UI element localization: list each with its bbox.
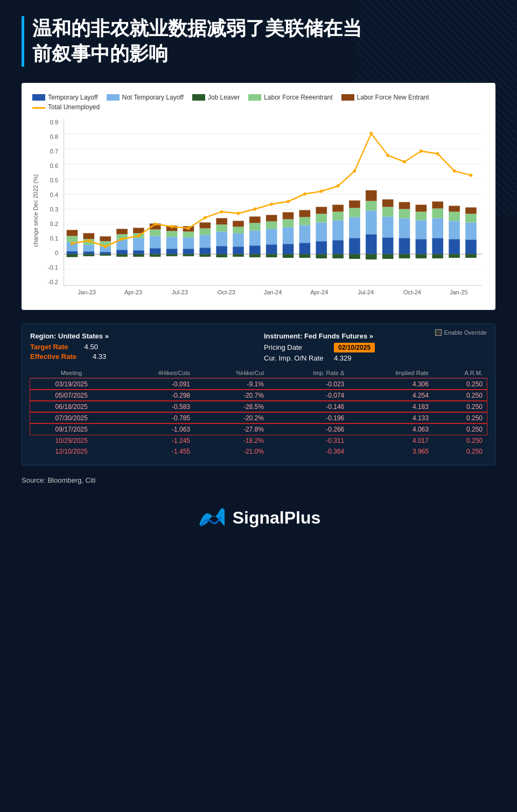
svg-rect-127 [449, 254, 460, 258]
fed-region[interactable]: Region: United States » [30, 332, 253, 340]
table-row: 07/30/2025-0.785-20.2%-0.1964.1330.250 [30, 412, 487, 423]
table-row: 03/19/2025-0.091-9.1%-0.0234.3060.250 [30, 378, 487, 390]
svg-rect-78 [283, 219, 294, 227]
svg-rect-38 [150, 229, 161, 236]
svg-rect-43 [166, 231, 178, 237]
svg-rect-58 [216, 224, 227, 231]
svg-rect-74 [266, 215, 277, 221]
svg-point-143 [204, 216, 207, 219]
y-axis-label: change since Dec 2022 (%) [32, 119, 42, 302]
pricing-date-label: Pricing Date [264, 343, 329, 351]
svg-rect-68 [249, 223, 261, 230]
svg-point-157 [436, 152, 439, 155]
table-row: 06/18/2025-0.583-28.5%-0.1464.1830.250 [30, 401, 487, 412]
svg-point-135 [71, 242, 74, 245]
table-header-row: Meeting #Hikes/Cuts %Hike/Cut Imp. Rate … [30, 368, 487, 379]
legend-temporary-layoff: Temporary Layoff [32, 94, 98, 101]
svg-rect-111 [399, 218, 410, 238]
svg-rect-45 [183, 249, 194, 254]
svg-rect-101 [366, 210, 377, 234]
svg-rect-91 [332, 220, 344, 240]
svg-point-137 [104, 245, 107, 248]
enable-override: Enable Override [435, 329, 487, 336]
svg-rect-48 [183, 231, 194, 237]
svg-rect-121 [432, 218, 443, 238]
legend-total-unemployed: Total Unemployed [32, 103, 100, 111]
svg-rect-71 [266, 229, 277, 244]
svg-rect-57 [216, 254, 227, 257]
svg-rect-133 [465, 214, 477, 222]
col-meeting: Meeting [30, 368, 113, 379]
svg-point-141 [170, 225, 173, 228]
plot-area [64, 119, 482, 286]
svg-rect-83 [299, 217, 311, 225]
svg-rect-27 [116, 254, 128, 257]
svg-rect-122 [432, 254, 443, 258]
svg-rect-47 [183, 254, 194, 256]
svg-rect-55 [216, 246, 227, 254]
legend-not-temporary-layoff: Not Temporary Layoff [107, 94, 184, 101]
svg-rect-30 [133, 250, 144, 254]
svg-rect-70 [266, 244, 277, 254]
svg-rect-108 [382, 207, 394, 216]
pricing-date-value[interactable]: 02/10/2025 [334, 343, 375, 352]
svg-rect-99 [349, 200, 360, 208]
svg-rect-64 [233, 221, 244, 227]
svg-rect-88 [316, 214, 327, 222]
svg-rect-29 [116, 229, 128, 234]
legend-color-temporary-layoff [32, 94, 45, 101]
svg-rect-104 [366, 190, 377, 201]
svg-rect-102 [366, 254, 377, 259]
svg-point-152 [353, 169, 357, 172]
chart-legend: Temporary Layoff Not Temporary Layoff Jo… [32, 94, 485, 111]
svg-rect-31 [133, 238, 144, 250]
svg-point-142 [187, 227, 190, 230]
svg-rect-50 [199, 248, 211, 254]
svg-rect-52 [199, 254, 211, 257]
fed-header-row: Region: United States » Target Rate 4.50… [30, 332, 487, 362]
effective-rate-value: 4.33 [93, 352, 106, 361]
cur-imp-value: 4.329 [334, 354, 352, 362]
svg-rect-24 [100, 236, 111, 241]
svg-rect-62 [233, 254, 244, 257]
legend-color-not-temporary-layoff [107, 94, 120, 101]
svg-rect-125 [449, 239, 460, 254]
svg-rect-109 [382, 199, 394, 207]
svg-rect-100 [366, 234, 377, 254]
fed-data-table: Meeting #Hikes/Cuts %Hike/Cut Imp. Rate … [30, 368, 487, 457]
target-rate-value: 4.50 [85, 343, 98, 351]
svg-rect-13 [67, 236, 78, 242]
svg-rect-25 [116, 250, 128, 254]
svg-point-138 [121, 237, 124, 241]
svg-rect-84 [299, 210, 311, 217]
chart-svg [64, 119, 482, 285]
title-line1: 温和的非农就业数据减弱了美联储在当 [32, 17, 362, 39]
svg-rect-124 [432, 201, 443, 208]
svg-rect-69 [249, 216, 261, 223]
svg-rect-134 [465, 207, 477, 214]
table-row: 09/17/2025-1.063-27.8%-0.2664.0630.250 [30, 423, 487, 435]
svg-point-148 [287, 200, 290, 203]
legend-color-labor-new-entrant [341, 94, 354, 101]
svg-rect-10 [67, 251, 78, 254]
svg-rect-92 [332, 254, 344, 258]
svg-rect-116 [416, 220, 427, 239]
svg-rect-76 [283, 227, 294, 244]
table-row: 10/29/2025-1.245-18.2%-0.3114.0170.250 [30, 435, 487, 446]
fed-header-right: Instrument: Fed Funds Futures » Pricing … [264, 332, 487, 362]
svg-rect-36 [150, 236, 161, 248]
svg-rect-60 [233, 246, 244, 254]
svg-rect-107 [382, 254, 394, 259]
svg-point-140 [153, 222, 157, 225]
fed-table-section: Enable Override Region: United States » … [22, 323, 495, 465]
svg-rect-63 [233, 227, 244, 233]
svg-rect-95 [349, 238, 360, 254]
override-checkbox[interactable] [435, 329, 442, 336]
svg-rect-37 [150, 254, 161, 257]
svg-rect-22 [100, 254, 111, 256]
svg-rect-56 [216, 231, 227, 246]
svg-rect-14 [67, 230, 78, 236]
legend-color-job-leaver [192, 94, 205, 101]
svg-point-149 [303, 192, 306, 195]
svg-rect-87 [316, 254, 327, 258]
